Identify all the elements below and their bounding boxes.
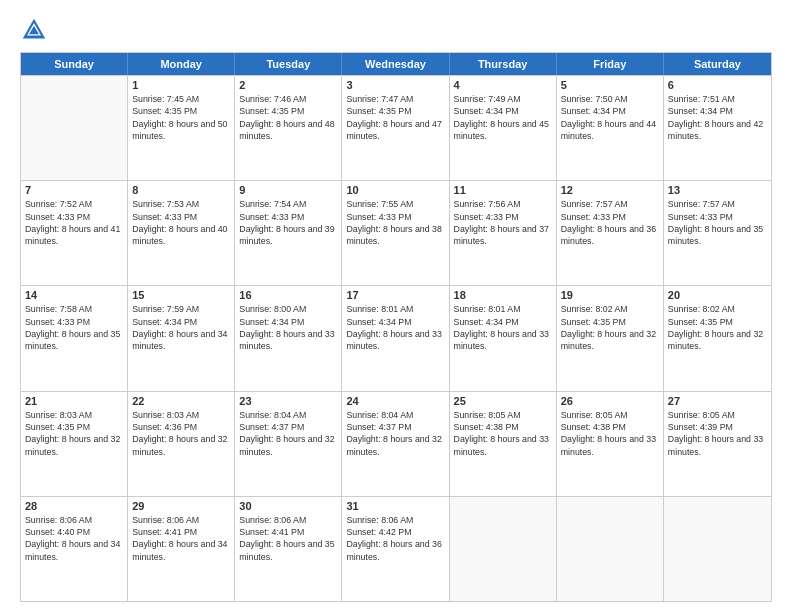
calendar-cell: 18Sunrise: 8:01 AMSunset: 4:34 PMDayligh…	[450, 286, 557, 390]
day-number: 5	[561, 79, 659, 91]
cell-info: Sunrise: 7:52 AMSunset: 4:33 PMDaylight:…	[25, 198, 123, 247]
day-number: 1	[132, 79, 230, 91]
cell-info: Sunrise: 8:05 AMSunset: 4:38 PMDaylight:…	[454, 409, 552, 458]
calendar-cell: 29Sunrise: 8:06 AMSunset: 4:41 PMDayligh…	[128, 497, 235, 601]
calendar-cell: 13Sunrise: 7:57 AMSunset: 4:33 PMDayligh…	[664, 181, 771, 285]
calendar: SundayMondayTuesdayWednesdayThursdayFrid…	[20, 52, 772, 602]
calendar-row: 21Sunrise: 8:03 AMSunset: 4:35 PMDayligh…	[21, 391, 771, 496]
day-number: 18	[454, 289, 552, 301]
calendar-cell: 19Sunrise: 8:02 AMSunset: 4:35 PMDayligh…	[557, 286, 664, 390]
day-number: 15	[132, 289, 230, 301]
day-number: 29	[132, 500, 230, 512]
calendar-cell: 25Sunrise: 8:05 AMSunset: 4:38 PMDayligh…	[450, 392, 557, 496]
calendar-cell: 20Sunrise: 8:02 AMSunset: 4:35 PMDayligh…	[664, 286, 771, 390]
day-number: 17	[346, 289, 444, 301]
day-number: 14	[25, 289, 123, 301]
cell-info: Sunrise: 8:01 AMSunset: 4:34 PMDaylight:…	[346, 303, 444, 352]
day-number: 28	[25, 500, 123, 512]
cell-info: Sunrise: 8:03 AMSunset: 4:35 PMDaylight:…	[25, 409, 123, 458]
cell-info: Sunrise: 8:05 AMSunset: 4:38 PMDaylight:…	[561, 409, 659, 458]
calendar-cell	[21, 76, 128, 180]
cell-info: Sunrise: 8:00 AMSunset: 4:34 PMDaylight:…	[239, 303, 337, 352]
cell-info: Sunrise: 7:54 AMSunset: 4:33 PMDaylight:…	[239, 198, 337, 247]
calendar-cell	[664, 497, 771, 601]
day-number: 4	[454, 79, 552, 91]
calendar-cell: 31Sunrise: 8:06 AMSunset: 4:42 PMDayligh…	[342, 497, 449, 601]
day-number: 23	[239, 395, 337, 407]
day-number: 2	[239, 79, 337, 91]
day-number: 31	[346, 500, 444, 512]
weekday-header: Friday	[557, 53, 664, 75]
cell-info: Sunrise: 7:57 AMSunset: 4:33 PMDaylight:…	[561, 198, 659, 247]
calendar-cell: 5Sunrise: 7:50 AMSunset: 4:34 PMDaylight…	[557, 76, 664, 180]
logo	[20, 16, 51, 44]
calendar-cell: 26Sunrise: 8:05 AMSunset: 4:38 PMDayligh…	[557, 392, 664, 496]
cell-info: Sunrise: 7:46 AMSunset: 4:35 PMDaylight:…	[239, 93, 337, 142]
calendar-cell: 6Sunrise: 7:51 AMSunset: 4:34 PMDaylight…	[664, 76, 771, 180]
day-number: 21	[25, 395, 123, 407]
weekday-header: Sunday	[21, 53, 128, 75]
calendar-body: 1Sunrise: 7:45 AMSunset: 4:35 PMDaylight…	[21, 75, 771, 601]
calendar-row: 28Sunrise: 8:06 AMSunset: 4:40 PMDayligh…	[21, 496, 771, 601]
day-number: 16	[239, 289, 337, 301]
calendar-cell: 1Sunrise: 7:45 AMSunset: 4:35 PMDaylight…	[128, 76, 235, 180]
cell-info: Sunrise: 8:06 AMSunset: 4:41 PMDaylight:…	[132, 514, 230, 563]
calendar-cell: 14Sunrise: 7:58 AMSunset: 4:33 PMDayligh…	[21, 286, 128, 390]
cell-info: Sunrise: 8:06 AMSunset: 4:42 PMDaylight:…	[346, 514, 444, 563]
day-number: 11	[454, 184, 552, 196]
cell-info: Sunrise: 8:04 AMSunset: 4:37 PMDaylight:…	[239, 409, 337, 458]
cell-info: Sunrise: 7:57 AMSunset: 4:33 PMDaylight:…	[668, 198, 767, 247]
day-number: 30	[239, 500, 337, 512]
weekday-header: Wednesday	[342, 53, 449, 75]
calendar-cell: 3Sunrise: 7:47 AMSunset: 4:35 PMDaylight…	[342, 76, 449, 180]
day-number: 8	[132, 184, 230, 196]
calendar-cell: 17Sunrise: 8:01 AMSunset: 4:34 PMDayligh…	[342, 286, 449, 390]
calendar-row: 7Sunrise: 7:52 AMSunset: 4:33 PMDaylight…	[21, 180, 771, 285]
day-number: 22	[132, 395, 230, 407]
day-number: 26	[561, 395, 659, 407]
cell-info: Sunrise: 8:06 AMSunset: 4:41 PMDaylight:…	[239, 514, 337, 563]
logo-icon	[20, 16, 48, 44]
day-number: 27	[668, 395, 767, 407]
cell-info: Sunrise: 8:02 AMSunset: 4:35 PMDaylight:…	[561, 303, 659, 352]
weekday-header: Saturday	[664, 53, 771, 75]
cell-info: Sunrise: 7:53 AMSunset: 4:33 PMDaylight:…	[132, 198, 230, 247]
calendar-cell: 2Sunrise: 7:46 AMSunset: 4:35 PMDaylight…	[235, 76, 342, 180]
header	[20, 16, 772, 44]
cell-info: Sunrise: 7:55 AMSunset: 4:33 PMDaylight:…	[346, 198, 444, 247]
day-number: 7	[25, 184, 123, 196]
day-number: 6	[668, 79, 767, 91]
day-number: 10	[346, 184, 444, 196]
calendar-row: 1Sunrise: 7:45 AMSunset: 4:35 PMDaylight…	[21, 75, 771, 180]
cell-info: Sunrise: 8:05 AMSunset: 4:39 PMDaylight:…	[668, 409, 767, 458]
day-number: 12	[561, 184, 659, 196]
cell-info: Sunrise: 8:04 AMSunset: 4:37 PMDaylight:…	[346, 409, 444, 458]
calendar-cell: 7Sunrise: 7:52 AMSunset: 4:33 PMDaylight…	[21, 181, 128, 285]
calendar-header: SundayMondayTuesdayWednesdayThursdayFrid…	[21, 53, 771, 75]
weekday-header: Monday	[128, 53, 235, 75]
calendar-cell: 21Sunrise: 8:03 AMSunset: 4:35 PMDayligh…	[21, 392, 128, 496]
calendar-row: 14Sunrise: 7:58 AMSunset: 4:33 PMDayligh…	[21, 285, 771, 390]
day-number: 13	[668, 184, 767, 196]
calendar-cell	[450, 497, 557, 601]
cell-info: Sunrise: 7:56 AMSunset: 4:33 PMDaylight:…	[454, 198, 552, 247]
page: SundayMondayTuesdayWednesdayThursdayFrid…	[0, 0, 792, 612]
weekday-header: Tuesday	[235, 53, 342, 75]
cell-info: Sunrise: 7:58 AMSunset: 4:33 PMDaylight:…	[25, 303, 123, 352]
calendar-cell: 16Sunrise: 8:00 AMSunset: 4:34 PMDayligh…	[235, 286, 342, 390]
calendar-cell: 10Sunrise: 7:55 AMSunset: 4:33 PMDayligh…	[342, 181, 449, 285]
calendar-cell: 27Sunrise: 8:05 AMSunset: 4:39 PMDayligh…	[664, 392, 771, 496]
calendar-cell: 30Sunrise: 8:06 AMSunset: 4:41 PMDayligh…	[235, 497, 342, 601]
day-number: 3	[346, 79, 444, 91]
cell-info: Sunrise: 8:06 AMSunset: 4:40 PMDaylight:…	[25, 514, 123, 563]
cell-info: Sunrise: 8:01 AMSunset: 4:34 PMDaylight:…	[454, 303, 552, 352]
cell-info: Sunrise: 7:51 AMSunset: 4:34 PMDaylight:…	[668, 93, 767, 142]
day-number: 25	[454, 395, 552, 407]
calendar-cell: 15Sunrise: 7:59 AMSunset: 4:34 PMDayligh…	[128, 286, 235, 390]
calendar-cell: 9Sunrise: 7:54 AMSunset: 4:33 PMDaylight…	[235, 181, 342, 285]
calendar-cell: 28Sunrise: 8:06 AMSunset: 4:40 PMDayligh…	[21, 497, 128, 601]
calendar-cell: 11Sunrise: 7:56 AMSunset: 4:33 PMDayligh…	[450, 181, 557, 285]
calendar-cell: 12Sunrise: 7:57 AMSunset: 4:33 PMDayligh…	[557, 181, 664, 285]
cell-info: Sunrise: 7:45 AMSunset: 4:35 PMDaylight:…	[132, 93, 230, 142]
cell-info: Sunrise: 7:49 AMSunset: 4:34 PMDaylight:…	[454, 93, 552, 142]
